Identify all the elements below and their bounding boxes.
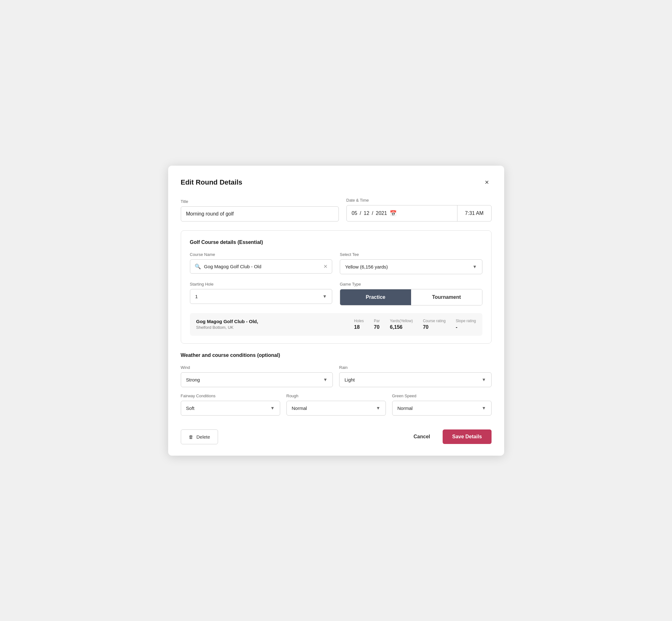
slope-rating-value: - [456,324,457,330]
time-value: 7:31 AM [465,210,484,216]
holes-stat: Holes 18 [354,319,364,330]
par-label: Par [374,319,380,323]
game-type-toggle: Practice Tournament [340,289,482,305]
green-speed-dropdown[interactable]: Normal ▼ [392,401,492,416]
golf-course-title: Golf Course details (Essential) [190,240,482,245]
par-stat: Par 70 [374,319,380,330]
course-name-input[interactable] [204,264,321,269]
rain-label: Rain [339,365,492,370]
green-speed-field: Green Speed Normal ▼ [392,394,492,416]
rain-value: Light [344,377,355,382]
modal-title: Edit Round Details [181,178,243,187]
rain-field: Rain Light ▼ [339,365,492,387]
date-time-label: Date & Time [346,198,492,203]
select-tee-field: Select Tee Yellow (6,156 yards) ▼ [340,252,482,274]
game-type-field: Game Type Practice Tournament [340,282,482,305]
date-part[interactable]: 05 / 12 / 2021 📅 [347,205,458,221]
date-year: 2021 [376,210,387,216]
wind-label: Wind [181,365,333,370]
course-rating-stat: Course rating 70 [423,319,446,330]
holes-label: Holes [354,319,364,323]
chevron-down-icon: ▼ [482,377,486,382]
fairway-value: Soft [186,406,195,411]
slope-rating-label: Slope rating [456,319,476,323]
weather-section: Weather and course conditions (optional)… [181,353,492,416]
date-sep2: / [372,210,373,216]
course-name-label: Course Name [190,252,333,257]
edit-round-modal: Edit Round Details × Title Date & Time 0… [168,166,504,456]
chevron-down-icon: ▼ [482,406,486,411]
chevron-down-icon: ▼ [323,294,327,299]
starting-hole-dropdown[interactable]: 1 ▼ [190,289,333,304]
modal-footer: 🗑 Delete Cancel Save Details [181,427,492,444]
yards-label: Yards(Yellow) [390,319,413,323]
select-tee-dropdown[interactable]: Yellow (6,156 yards) ▼ [340,259,482,274]
chevron-down-icon: ▼ [323,377,328,382]
course-location: Shelford Bottom, UK [196,325,344,330]
chevron-down-icon: ▼ [473,264,477,269]
time-part[interactable]: 7:31 AM [458,205,491,221]
title-field-group: Title [181,199,339,221]
rain-dropdown[interactable]: Light ▼ [339,372,492,387]
yards-value: 6,156 [390,324,403,330]
close-button[interactable]: × [482,177,492,188]
weather-section-title: Weather and course conditions (optional) [181,353,492,358]
footer-right: Cancel Save Details [407,429,492,444]
title-input[interactable] [181,206,339,221]
date-month: 05 [352,210,358,216]
select-tee-value: Yellow (6,156 yards) [345,264,388,270]
par-value: 70 [374,324,380,330]
green-speed-label: Green Speed [392,394,492,398]
chevron-down-icon: ▼ [270,406,275,411]
wind-dropdown[interactable]: Strong ▼ [181,372,333,387]
course-name-display: Gog Magog Golf Club - Old, [196,319,344,324]
course-info-row: Gog Magog Golf Club - Old, Shelford Bott… [190,313,482,336]
rough-value: Normal [292,406,307,411]
starting-hole-field: Starting Hole 1 ▼ [190,282,333,305]
hole-gametype-row: Starting Hole 1 ▼ Game Type Practice Tou… [190,282,482,305]
fairway-field: Fairway Conditions Soft ▼ [181,394,280,416]
title-label: Title [181,199,339,204]
yards-stat: Yards(Yellow) 6,156 [390,319,413,330]
top-fields-row: Title Date & Time 05 / 12 / 2021 📅 7:31 … [181,198,492,221]
fairway-dropdown[interactable]: Soft ▼ [181,401,280,416]
wind-field: Wind Strong ▼ [181,365,333,387]
slope-rating-stat: Slope rating - [456,319,476,330]
chevron-down-icon: ▼ [376,406,380,411]
course-info-name: Gog Magog Golf Club - Old, Shelford Bott… [196,319,344,330]
game-type-label: Game Type [340,282,482,287]
course-name-search[interactable]: 🔍 ✕ [190,259,333,274]
rough-dropdown[interactable]: Normal ▼ [287,401,386,416]
starting-hole-label: Starting Hole [190,282,333,287]
save-button[interactable]: Save Details [443,429,491,444]
rough-label: Rough [287,394,386,398]
modal-header: Edit Round Details × [181,177,492,188]
golf-course-section: Golf Course details (Essential) Course N… [181,230,492,344]
select-tee-label: Select Tee [340,252,482,257]
fairway-label: Fairway Conditions [181,394,280,398]
rough-field: Rough Normal ▼ [287,394,386,416]
practice-toggle-button[interactable]: Practice [340,289,411,305]
date-time-row: 05 / 12 / 2021 📅 7:31 AM [346,205,492,221]
course-rating-value: 70 [423,324,428,330]
trash-icon: 🗑 [189,434,194,440]
clear-icon[interactable]: ✕ [323,263,328,270]
wind-rain-row: Wind Strong ▼ Rain Light ▼ [181,365,492,387]
delete-label: Delete [197,434,210,440]
calendar-icon: 📅 [390,210,396,217]
cancel-button[interactable]: Cancel [407,429,436,444]
course-name-field: Course Name 🔍 ✕ [190,252,333,274]
course-tee-row: Course Name 🔍 ✕ Select Tee Yellow (6,156… [190,252,482,274]
fairway-rough-green-row: Fairway Conditions Soft ▼ Rough Normal ▼… [181,394,492,416]
date-sep1: / [360,210,361,216]
delete-button[interactable]: 🗑 Delete [181,429,218,444]
date-day: 12 [364,210,370,216]
date-time-field-group: Date & Time 05 / 12 / 2021 📅 7:31 AM [346,198,492,221]
green-speed-value: Normal [397,406,413,411]
starting-hole-value: 1 [195,294,198,299]
tournament-toggle-button[interactable]: Tournament [411,289,482,305]
holes-value: 18 [354,324,360,330]
course-rating-label: Course rating [423,319,446,323]
search-icon: 🔍 [195,263,201,270]
wind-value: Strong [186,377,200,382]
